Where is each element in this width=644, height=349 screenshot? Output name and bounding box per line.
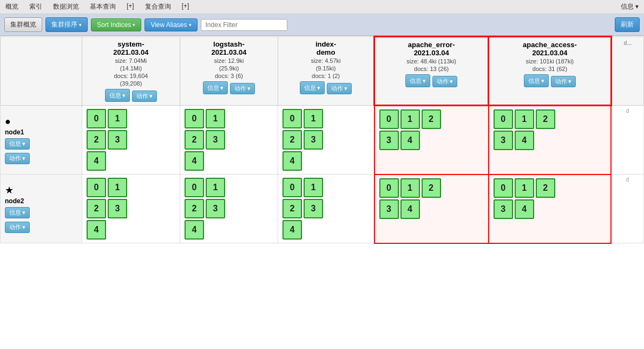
index-demo-info-arrow: ▾	[317, 85, 320, 92]
cluster-sort-label: 集群排序	[51, 20, 77, 29]
node2-icon: ★	[5, 184, 77, 196]
node2-logstash-shards: 0 1 2 3 4	[180, 174, 278, 243]
index-demo-size: size: 4.57ki	[284, 57, 368, 64]
nav-info[interactable]: 信息 ▾	[619, 1, 641, 12]
system-action-btn[interactable]: 动作 ▾	[132, 91, 157, 102]
shard-box: 3	[304, 130, 323, 150]
node1-more: d	[611, 106, 643, 174]
shard-box: 4	[400, 131, 420, 150]
apache-error-docs: docs: 13 (26)	[380, 66, 482, 72]
shard-box: 0	[494, 178, 513, 198]
table-container: system-2021.03.04 size: 7.04Mi (14.1Mi) …	[0, 36, 644, 349]
index-demo-name: index-demo	[284, 40, 368, 56]
sort-indices-btn[interactable]: Sort Indices ▾	[91, 18, 141, 31]
nav-complex-query[interactable]: 复合查询	[143, 1, 173, 12]
node2-action-btn[interactable]: 动作 ▾	[5, 222, 30, 233]
node2-info-btn[interactable]: 信息 ▾	[5, 207, 30, 218]
header-system: system-2021.03.04 size: 7.04Mi (14.1Mi) …	[82, 37, 180, 106]
node1-info-btn[interactable]: 信息 ▾	[5, 138, 30, 150]
node1-action-btn[interactable]: 动作 ▾	[5, 153, 30, 164]
logstash-name: logstash-2021.03.04	[186, 40, 272, 56]
index-filter-input[interactable]	[201, 19, 287, 31]
shard-box: 4	[515, 131, 534, 150]
shard-box: 2	[185, 130, 204, 150]
node1-info-arrow: ▾	[22, 140, 25, 147]
shard-box: 3	[494, 131, 513, 150]
apache-error-size: size: 48.4ki (113ki)	[380, 58, 482, 64]
index-demo-docs: docs: 1 (2)	[284, 73, 368, 79]
refresh-btn[interactable]: 刷新	[615, 17, 640, 32]
shard-box: 3	[206, 199, 225, 218]
system-docs: docs: 19,604	[88, 73, 174, 79]
sort-indices-arrow: ▾	[133, 22, 135, 28]
shard-box: 3	[379, 199, 399, 219]
nav-basic-add[interactable]: [+]	[124, 1, 136, 12]
header-index-demo: index-demo size: 4.57ki (9.15ki) docs: 1…	[278, 37, 374, 106]
system-size: size: 7.04Mi	[88, 57, 174, 64]
logstash-docs: docs: 3 (6)	[186, 73, 272, 79]
header-row: system-2021.03.04 size: 7.04Mi (14.1Mi) …	[1, 37, 644, 106]
toolbar: 集群概览 集群排序 ▾ Sort Indices ▾ View Aliases …	[0, 14, 644, 36]
apache-access-info-btn[interactable]: 信息 ▾	[524, 74, 549, 87]
index-demo-action-btn[interactable]: 动作 ▾	[327, 83, 352, 94]
shard-box: 3	[206, 130, 225, 150]
system-size2: (14.1Mi)	[88, 65, 174, 72]
node2-logstash-shard-grid: 0 1 2 3	[185, 178, 273, 218]
node1-name: node1	[5, 128, 24, 136]
shard-box: 0	[185, 109, 204, 128]
shard-box: 3	[108, 130, 127, 150]
index-demo-action-arrow: ▾	[344, 85, 347, 92]
node2-apache-access-shards: 0 1 2 3 4	[489, 174, 611, 243]
shard-box: 2	[185, 199, 204, 218]
header-empty	[1, 37, 82, 106]
header-apache-error: apache_error-2021.03.04 size: 48.4ki (11…	[374, 37, 489, 106]
nav-basic-query[interactable]: 基本查询	[88, 1, 118, 12]
shard-box: 4	[282, 151, 302, 171]
apache-access-action-arrow: ▾	[568, 78, 571, 85]
node2-system-shards: 0 1 2 3 4	[82, 174, 180, 243]
system-info-arrow: ▾	[122, 92, 126, 99]
node1-system-shard-grid: 0 1 2 3	[87, 109, 175, 150]
apache-error-name: apache_error-2021.03.04	[380, 41, 482, 57]
nav-overview[interactable]: 概览	[3, 1, 21, 12]
node1-logstash-shards: 0 1 2 3 4	[180, 106, 278, 174]
apache-error-info-btn[interactable]: 信息 ▾	[405, 74, 430, 87]
shard-box: 1	[304, 178, 323, 197]
shard-box: 2	[87, 199, 106, 218]
shard-box: 0	[494, 109, 513, 129]
apache-access-docs: docs: 31 (62)	[495, 66, 604, 72]
node2-apache-access-shard-grid-2: 3 4	[494, 199, 606, 219]
cluster-sort-arrow: ▾	[79, 22, 82, 28]
nav-complex-add[interactable]: [+]	[180, 1, 192, 12]
apache-error-action-btn[interactable]: 动作 ▾	[432, 76, 457, 87]
cluster-sort-btn[interactable]: 集群排序 ▾	[45, 17, 88, 32]
shard-box: 4	[400, 199, 420, 219]
system-info-btn[interactable]: 信息 ▾	[105, 89, 130, 102]
top-nav: 概览 索引 数据浏览 基本查询 [+] 复合查询 [+] 信息 ▾	[0, 0, 644, 14]
shard-box: 1	[108, 178, 127, 197]
shard-box: 2	[422, 109, 441, 129]
shard-box: 1	[108, 109, 127, 128]
cluster-overview-btn[interactable]: 集群概览	[4, 17, 42, 32]
shard-box: 0	[379, 109, 399, 129]
apache-error-info-arrow: ▾	[423, 77, 426, 85]
index-demo-info-btn[interactable]: 信息 ▾	[300, 81, 325, 94]
shard-box: 4	[87, 220, 106, 240]
node2-apache-error-shards: 0 1 2 3 4	[374, 174, 489, 243]
shard-box: 1	[400, 178, 420, 198]
node1-apache-access-shard-grid-2: 3 4	[494, 131, 606, 150]
nav-data-browse[interactable]: 数据浏览	[51, 1, 81, 12]
logstash-action-arrow: ▾	[247, 85, 251, 92]
shard-box: 1	[515, 109, 534, 129]
shard-table: system-2021.03.04 size: 7.04Mi (14.1Mi) …	[0, 36, 644, 244]
shard-box: 2	[87, 130, 106, 150]
nav-index[interactable]: 索引	[27, 1, 44, 12]
view-aliases-btn[interactable]: View Aliases ▾	[144, 18, 197, 31]
logstash-info-btn[interactable]: 信息 ▾	[203, 81, 228, 94]
logstash-action-btn[interactable]: 动作 ▾	[230, 83, 255, 94]
apache-access-action-btn[interactable]: 动作 ▾	[551, 76, 576, 87]
node2-name: node2	[5, 197, 24, 205]
node2-info-arrow: ▾	[22, 209, 25, 216]
apache-error-action-arrow: ▾	[450, 78, 453, 85]
header-logstash: logstash-2021.03.04 size: 12.9ki (25.9ki…	[180, 37, 278, 106]
